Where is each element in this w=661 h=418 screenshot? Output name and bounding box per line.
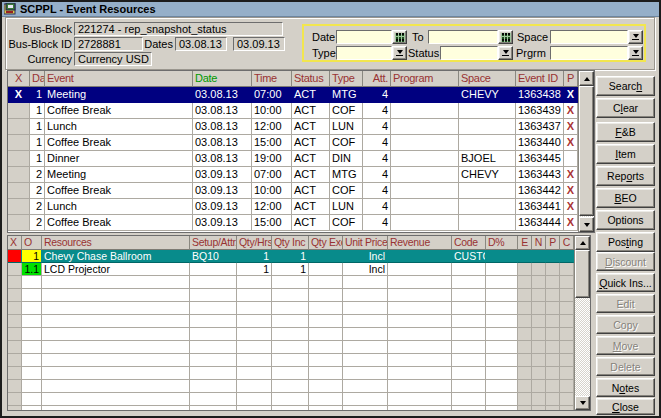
clear-button[interactable]: Clear bbox=[596, 98, 655, 118]
event-row[interactable]: 2Coffee Break03.09.1310:00ACTCOF41363442… bbox=[8, 183, 578, 199]
column-header[interactable]: N bbox=[532, 236, 546, 250]
cell-qty_hrs bbox=[237, 354, 272, 367]
column-header[interactable]: Att. bbox=[363, 71, 391, 87]
events-scrollbar[interactable] bbox=[578, 71, 594, 232]
filter-to-input[interactable] bbox=[428, 30, 498, 44]
cell-c bbox=[560, 250, 574, 263]
column-header[interactable]: Qty/Hrs bbox=[237, 236, 272, 250]
fb-button[interactable]: F&B bbox=[596, 122, 655, 142]
event-row[interactable]: 1Lunch03.08.1312:00ACTLUN41363437X bbox=[8, 119, 578, 135]
column-header[interactable]: Code bbox=[452, 236, 486, 250]
options-button[interactable]: Options bbox=[596, 210, 655, 230]
column-header[interactable]: P bbox=[564, 71, 578, 87]
column-header[interactable]: Unit Price bbox=[343, 236, 388, 250]
column-header[interactable]: Event bbox=[45, 71, 193, 87]
resource-row[interactable]: 1.1LCD Projector11Incl bbox=[8, 263, 574, 276]
column-header[interactable]: Type bbox=[330, 71, 363, 87]
beo-button[interactable]: BEO bbox=[596, 188, 655, 208]
move-button: Move bbox=[596, 336, 655, 355]
dropdown-arrow-icon[interactable] bbox=[628, 46, 643, 60]
filter-date-input[interactable] bbox=[336, 30, 392, 44]
cell-program bbox=[391, 183, 459, 199]
filter-status-input[interactable] bbox=[440, 46, 498, 60]
column-header[interactable]: Status bbox=[292, 71, 330, 87]
posting-button[interactable]: Posting bbox=[596, 232, 655, 252]
column-header[interactable]: Qty Inc bbox=[272, 236, 309, 250]
dropdown-arrow-icon[interactable] bbox=[628, 30, 643, 44]
event-row[interactable]: 2Lunch03.09.1312:00ACTLUN41363441X bbox=[8, 199, 578, 215]
column-header[interactable]: Time bbox=[252, 71, 292, 87]
cell-x bbox=[8, 341, 22, 354]
column-header[interactable]: Resources bbox=[42, 236, 190, 250]
cell-c bbox=[560, 315, 574, 328]
column-header[interactable]: O bbox=[22, 236, 42, 250]
column-header[interactable]: E bbox=[518, 236, 532, 250]
cell-date: 03.08.13 bbox=[193, 151, 252, 167]
cell-resource bbox=[42, 289, 190, 302]
dropdown-arrow-icon[interactable] bbox=[392, 46, 407, 60]
cell-p bbox=[546, 406, 560, 410]
cell-resource bbox=[42, 302, 190, 315]
cell-qty_inc bbox=[272, 393, 309, 406]
event-row[interactable]: 2Meeting03.09.1307:00ACTMTG4CHEVY1363443… bbox=[8, 167, 578, 183]
event-row[interactable]: 1Coffee Break03.08.1315:00ACTCOF41363440… bbox=[8, 135, 578, 151]
column-header[interactable]: Day bbox=[30, 71, 45, 87]
column-header[interactable]: C bbox=[560, 236, 574, 250]
quick-insert-button[interactable]: Quick Ins... bbox=[596, 273, 655, 292]
scroll-down-icon[interactable] bbox=[579, 217, 594, 232]
cell-o: 1 bbox=[22, 250, 42, 263]
column-header[interactable]: Qty Exc bbox=[309, 236, 343, 250]
close-button[interactable]: Close bbox=[596, 398, 655, 415]
cell-event: Coffee Break bbox=[45, 215, 193, 231]
scrollbar-thumb[interactable] bbox=[579, 86, 594, 216]
scroll-down-icon[interactable] bbox=[575, 396, 590, 410]
column-header[interactable]: Program bbox=[391, 71, 459, 87]
column-header[interactable]: Event ID bbox=[516, 71, 564, 87]
event-row[interactable]: 1Dinner03.08.1319:00ACTDIN4BJOEL1363445 bbox=[8, 151, 578, 167]
event-row[interactable]: 1Coffee Break03.08.1310:00ACTCOF41363439… bbox=[8, 103, 578, 119]
column-header[interactable]: D% bbox=[486, 236, 518, 250]
filter-type-input[interactable] bbox=[336, 46, 392, 60]
resource-row bbox=[8, 367, 574, 380]
calendar-icon[interactable] bbox=[498, 30, 513, 44]
resource-row bbox=[8, 289, 574, 302]
cell-x bbox=[8, 151, 30, 167]
filter-space-input[interactable] bbox=[550, 30, 628, 44]
filter-prgrm-input[interactable] bbox=[550, 46, 628, 60]
cell-code bbox=[452, 289, 486, 302]
search-button[interactable]: Search bbox=[596, 76, 655, 96]
cell-revenue bbox=[388, 393, 452, 406]
item-button[interactable]: Item bbox=[596, 144, 655, 164]
cell-o bbox=[22, 354, 42, 367]
cell-c bbox=[560, 393, 574, 406]
cell-event: Meeting bbox=[45, 167, 193, 183]
column-header[interactable]: Date bbox=[193, 71, 252, 87]
column-header[interactable]: Revenue bbox=[388, 236, 452, 250]
column-header[interactable]: Space bbox=[459, 71, 516, 87]
cell-setup bbox=[190, 367, 237, 380]
column-header[interactable]: X bbox=[8, 236, 22, 250]
scrollbar-thumb[interactable] bbox=[575, 250, 590, 298]
resources-scrollbar[interactable] bbox=[574, 236, 590, 410]
event-row[interactable]: X1Meeting03.08.1307:00ACTMTG4CHEVY136343… bbox=[8, 87, 578, 103]
cell-o bbox=[22, 341, 42, 354]
reports-button[interactable]: Reports bbox=[596, 166, 655, 186]
scroll-up-icon[interactable] bbox=[575, 236, 590, 250]
cell-p bbox=[546, 328, 560, 341]
cell-time: 19:00 bbox=[252, 151, 292, 167]
cell-program bbox=[391, 135, 459, 151]
scroll-up-icon[interactable] bbox=[579, 71, 594, 86]
resource-row[interactable]: 1Chevy Chase BallroomBQ1011InclCUSTOI bbox=[8, 250, 574, 263]
cell-status: ACT bbox=[292, 151, 330, 167]
calendar-icon[interactable] bbox=[392, 30, 407, 44]
event-row[interactable]: 2Coffee Break03.09.1315:00ACTCOF41363444… bbox=[8, 215, 578, 231]
cell-p bbox=[546, 380, 560, 393]
cell-revenue bbox=[388, 276, 452, 289]
column-header[interactable]: Setup/Attr. bbox=[190, 236, 237, 250]
resource-row bbox=[8, 380, 574, 393]
column-header[interactable]: X bbox=[8, 71, 30, 87]
dropdown-arrow-icon[interactable] bbox=[498, 46, 513, 60]
column-header[interactable]: P bbox=[546, 236, 560, 250]
notes-button[interactable]: Notes bbox=[596, 378, 655, 397]
cell-att: 4 bbox=[363, 215, 391, 231]
